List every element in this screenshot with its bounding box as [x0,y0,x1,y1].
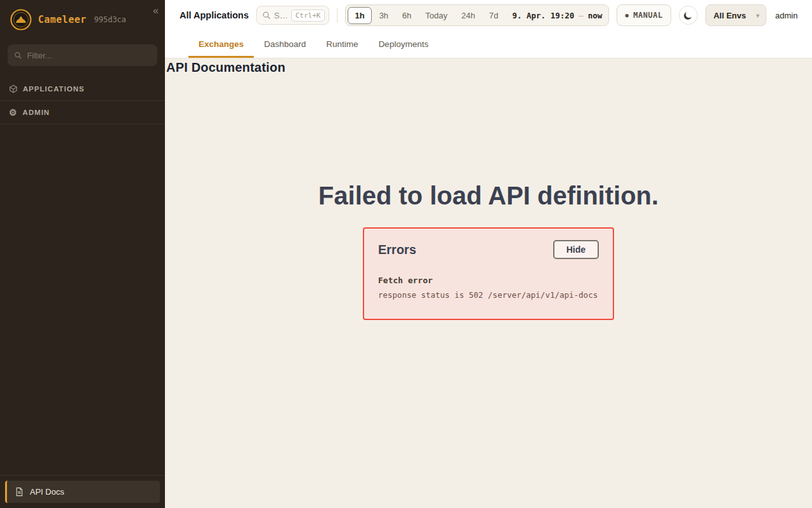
environment-select[interactable]: All Envs ▾ [705,4,766,26]
time-from: 9. Apr. 19:20 [512,11,574,20]
topbar-divider [337,8,337,23]
errors-panel: Errors Hide Fetch error response status … [363,227,614,320]
sidebar-item-applications[interactable]: APPLICATIONS [0,77,165,101]
tab-runtime[interactable]: Runtime [316,30,368,58]
brand-name: Cameleer [38,14,86,25]
time-range-display[interactable]: 9. Apr. 19:20 — now [512,11,602,20]
search-shortcut-badge: Ctrl+K [291,10,325,22]
sidebar-section-label: ADMIN [23,109,50,116]
main-column: All Applications S… Ctrl+K 1h 3h 6h Toda… [165,0,812,508]
moon-icon [683,11,693,20]
time-separator: — [579,11,584,20]
tabbar: Exchanges Dashboard Runtime Deployments [165,30,812,58]
tab-deployments[interactable]: Deployments [369,30,439,58]
sidebar-item-api-docs[interactable]: API Docs [5,481,160,503]
tab-dashboard[interactable]: Dashboard [254,30,316,58]
time-range-24h[interactable]: 24h [455,8,481,23]
sidebar-item-label: API Docs [30,487,64,497]
user-label[interactable]: admin [775,11,797,20]
sidebar: « Cameleer 995d3ca APPLICATIONS ⚙ ADMIN [0,0,165,508]
content-area: API Documentation Failed to load API def… [165,58,812,508]
hide-errors-button[interactable]: Hide [553,240,599,259]
filter-input[interactable] [27,51,151,60]
search-icon [14,51,22,60]
dark-mode-toggle[interactable] [679,6,698,25]
sidebar-footer: API Docs [0,475,165,508]
time-to: now [588,11,603,20]
api-load-error-heading: Failed to load API definition. [165,182,812,210]
time-range-6h[interactable]: 6h [396,8,417,23]
document-icon [15,487,24,497]
topbar: All Applications S… Ctrl+K 1h 3h 6h Toda… [165,0,812,30]
error-type-label: Fetch error [378,276,599,285]
tab-exchanges[interactable]: Exchanges [188,30,254,58]
brand-version: 995d3ca [94,15,126,24]
time-range-7d[interactable]: 7d [483,8,504,23]
topbar-title: All Applications [180,10,249,20]
time-range-group: 1h 3h 6h Today 24h 7d 9. Apr. 19:20 — no… [345,4,609,26]
gear-icon: ⚙ [9,108,18,117]
sidebar-item-admin[interactable]: ⚙ ADMIN [0,101,165,124]
search-icon [262,11,271,20]
error-message: response status is 502 /server/api/v1/ap… [378,290,599,300]
cameleer-logo-icon [10,9,32,30]
time-range-today[interactable]: Today [419,8,454,23]
page-title: API Documentation [165,58,812,75]
cube-icon [9,84,18,93]
manual-refresh-button[interactable]: ● MANUAL [617,4,671,26]
errors-panel-header: Errors Hide [378,240,599,259]
chevron-down-icon: ▾ [756,12,759,19]
manual-button-label: MANUAL [633,11,662,20]
sidebar-collapse-icon[interactable]: « [153,5,159,17]
sidebar-section-label: APPLICATIONS [23,85,84,93]
manual-status-dot: ● [625,13,629,18]
environment-select-value: All Envs [714,11,746,20]
sidebar-filter[interactable] [8,44,157,66]
errors-panel-title: Errors [378,243,416,257]
search-placeholder: S… [274,11,288,20]
global-search[interactable]: S… Ctrl+K [256,6,329,25]
time-range-1h[interactable]: 1h [348,7,371,24]
time-range-3h[interactable]: 3h [373,8,395,23]
sidebar-header: Cameleer 995d3ca [0,0,165,38]
